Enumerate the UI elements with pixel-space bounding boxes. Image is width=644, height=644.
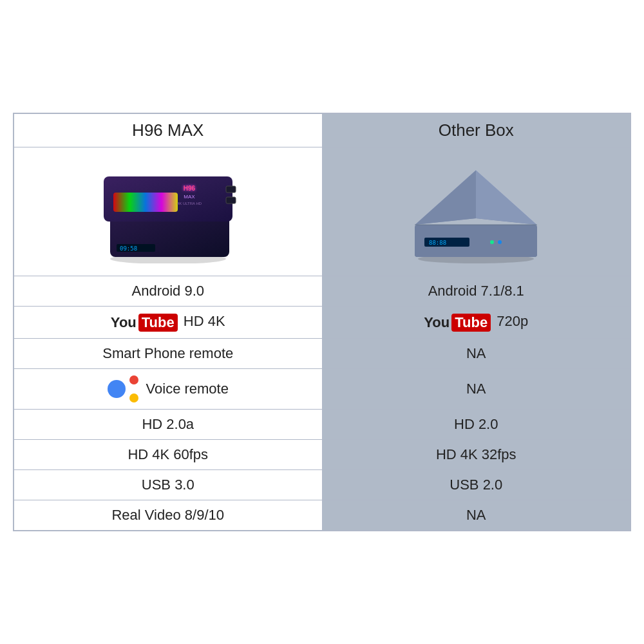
video-left: Real Video 8/9/10 [14, 500, 322, 531]
android-right: Android 7.1/8.1 [322, 276, 630, 307]
voice-label: Voice remote [146, 381, 229, 397]
youtube-logo-right: YouTube [424, 314, 493, 332]
comparison-table: H96 MAX Other Box [13, 113, 631, 531]
product-image-cell-right: 88:88 [322, 147, 630, 276]
voice-content: Voice remote [24, 375, 312, 402]
yt-you-left: You [111, 314, 137, 331]
h96-box-image: 09:58 H96 MAX 4K ULTRA HD [94, 157, 242, 263]
table-row: Smart Phone remote NA [14, 338, 630, 368]
svg-rect-5 [226, 197, 236, 204]
android-left: Android 9.0 [14, 276, 322, 307]
svg-point-22 [490, 240, 494, 244]
yt-tube-left: Tube [138, 314, 178, 332]
svg-text:09:58: 09:58 [120, 245, 137, 252]
table-row: Voice remote NA [14, 368, 630, 409]
svg-rect-4 [226, 186, 236, 193]
svg-text:88:88: 88:88 [429, 240, 446, 246]
table-row: HD 2.0a HD 2.0 [14, 409, 630, 439]
youtube-right: YouTube 720p [322, 307, 630, 338]
voice-right: NA [322, 368, 630, 409]
ga-small-dots [129, 375, 138, 402]
svg-text:4K ULTRA HD: 4K ULTRA HD [177, 202, 202, 205]
other-box-image: 88:88 [402, 157, 550, 263]
smartphone-right: NA [322, 338, 630, 368]
table-row: HD 4K 60fps HD 4K 32fps [14, 439, 630, 469]
table-row: USB 3.0 USB 2.0 [14, 469, 630, 500]
voice-left: Voice remote [14, 368, 322, 409]
header-h96: H96 MAX [14, 113, 322, 147]
usb-right: USB 2.0 [322, 469, 630, 500]
table-row: Real Video 8/9/10 NA [14, 500, 630, 531]
product-image-cell-left: 09:58 H96 MAX 4K ULTRA HD [14, 147, 322, 276]
table-row: YouTube HD 4K YouTube 720p [14, 307, 630, 338]
ga-blue-dot [108, 380, 126, 398]
table-row: 09:58 H96 MAX 4K ULTRA HD [14, 147, 630, 276]
google-assistant-icon [108, 375, 138, 402]
youtube-quality-left: HD 4K [184, 313, 225, 329]
hdmi-version-left: HD 2.0a [14, 409, 322, 439]
header-other: Other Box [322, 113, 630, 147]
svg-point-23 [498, 240, 502, 244]
hdmi-version-right: HD 2.0 [322, 409, 630, 439]
usb-left: USB 3.0 [14, 469, 322, 500]
table-row: Android 9.0 Android 7.1/8.1 [14, 276, 630, 307]
hdmi-quality-left: HD 4K 60fps [14, 439, 322, 469]
hdmi-quality-right: HD 4K 32fps [322, 439, 630, 469]
youtube-logo-left: YouTube [111, 314, 180, 332]
svg-rect-3 [113, 193, 178, 212]
yt-you-right: You [424, 314, 450, 331]
yt-tube-right: Tube [451, 314, 491, 332]
youtube-quality-right: 720p [497, 313, 528, 329]
svg-text:H96: H96 [184, 185, 196, 192]
ga-yellow-dot [129, 393, 138, 402]
smartphone-left: Smart Phone remote [14, 338, 322, 368]
ga-red-dot [129, 375, 138, 384]
youtube-left: YouTube HD 4K [14, 307, 322, 338]
svg-text:MAX: MAX [184, 194, 195, 200]
video-right: NA [322, 500, 630, 531]
